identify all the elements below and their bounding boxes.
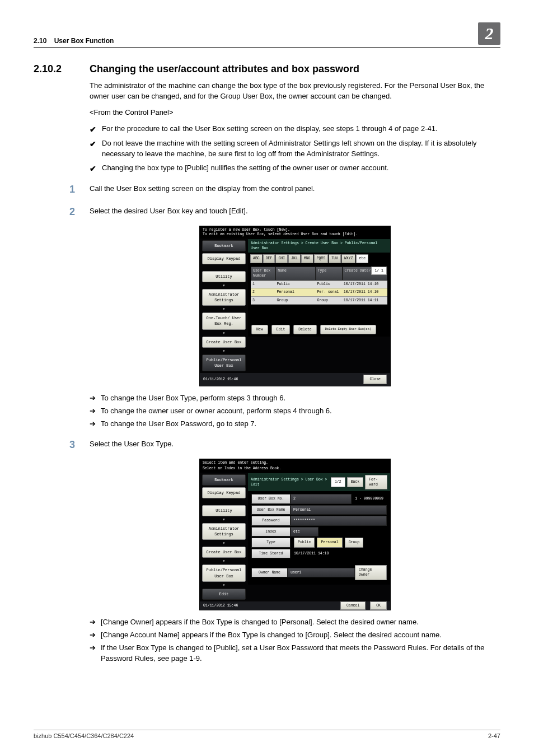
arrow-icon: ➔ — [90, 419, 101, 430]
type-personal-button[interactable]: Personal — [317, 538, 342, 547]
sidebar-display-keypad[interactable]: Display Keypad — [202, 487, 246, 498]
ss-datetime: 01/11/2012 15:46 — [203, 603, 238, 608]
intro-paragraph: The administrator of the machine can cha… — [90, 81, 500, 102]
footer-page-number: 2-47 — [488, 732, 500, 739]
cell-type: Group — [315, 297, 341, 304]
field-label: User Box No. — [251, 494, 291, 503]
sidebar-create-user-box[interactable]: Create User Box — [202, 337, 246, 348]
index-tabs: ABC DEF GHI JKL MNO PQRS TUV WXYZ etc — [248, 253, 390, 264]
step-row: 1 Call the User Box setting screen on th… — [90, 182, 500, 197]
page-indicator: 1/2 — [331, 477, 345, 487]
ss-instruction-line: To register a new User Box, touch [New]. — [203, 228, 387, 232]
list-row-selected[interactable]: 2 Personal Per- sonal 10/17/2011 14:10 — [251, 288, 387, 296]
sidebar-create-user-box[interactable]: Create User Box — [202, 547, 246, 558]
sidebar-public-personal[interactable]: Public/Personal User Box — [202, 354, 246, 371]
field-user-box-name: User Box Name Personal — [251, 505, 387, 515]
step-text: Call the User Box setting screen on the … — [90, 182, 500, 194]
arrow-note: ➔ To change the owner user or owner acco… — [90, 406, 500, 417]
bullet-item: ✔ For the procedure to call the User Box… — [90, 124, 500, 135]
tab-jkl[interactable]: JKL — [288, 254, 301, 263]
tab-wxyz[interactable]: WXYZ — [341, 254, 356, 263]
field-label: Password — [251, 516, 291, 525]
tab-abc[interactable]: ABC — [250, 254, 263, 263]
delete-empty-button[interactable]: Delete Empty User Box(es) — [320, 325, 377, 334]
chevron-down-icon: ▾ — [200, 542, 248, 545]
bullet-item: ✔ Do not leave the machine with the sett… — [90, 138, 500, 160]
screenshot-user-box-list: To register a new User Box, touch [New].… — [199, 226, 391, 386]
chevron-down-icon: ▾ — [200, 284, 248, 287]
sidebar-display-keypad[interactable]: Display Keypad — [202, 253, 246, 264]
cell-num: 2 — [251, 288, 275, 296]
check-icon: ✔ — [90, 138, 102, 150]
sidebar-public-personal[interactable]: Public/Personal User Box — [202, 564, 246, 581]
delete-button[interactable]: Delete — [293, 325, 316, 334]
field-user-box-no: User Box No. 2 1 - 999999999 — [251, 494, 387, 503]
tab-tuv[interactable]: TUV — [329, 254, 341, 263]
arrow-text: [Change Account Name] appears if the Box… — [101, 630, 500, 641]
cell-type: Per- sonal — [315, 288, 341, 296]
from-control-panel: <From the Control Panel> — [90, 108, 500, 118]
tab-pqrs[interactable]: PQRS — [314, 254, 329, 263]
ok-button[interactable]: OK — [370, 601, 387, 610]
field-value[interactable]: ********** — [291, 516, 387, 525]
section-number: 2.10.2 — [34, 63, 90, 75]
list-row[interactable]: 3 Group Group 10/17/2011 14:11 — [251, 297, 387, 305]
tab-etc[interactable]: etc — [356, 254, 368, 263]
chevron-down-icon: ▾ — [200, 584, 248, 587]
cell-num: 3 — [251, 297, 275, 304]
chevron-down-icon: ▾ — [200, 307, 248, 311]
sidebar-bookmark[interactable]: Bookmark — [202, 474, 246, 486]
ss-sidebar: Bookmark Display Keypad Utility ▾ Admini… — [200, 473, 248, 601]
field-owner-name: Owner Name user1 Change Owner — [251, 565, 387, 580]
field-value[interactable]: Personal — [291, 505, 387, 515]
sidebar-onetouch[interactable]: One-Touch/ User Box Reg. — [202, 312, 246, 329]
col-number: User Box Number — [251, 267, 275, 281]
step-number: 1 — [69, 182, 90, 197]
type-public-button[interactable]: Public — [294, 538, 315, 547]
bullet-item: ✔ Changing the box type to [Public] null… — [90, 163, 500, 174]
field-value[interactable]: etc — [291, 527, 318, 536]
list-header: User Box Number Name Type Create Date/Ti… — [251, 267, 387, 281]
tab-mno[interactable]: MNO — [301, 254, 313, 263]
arrow-text: If the User Box Type is changed to [Publ… — [101, 643, 500, 664]
edit-button[interactable]: Edit — [271, 325, 291, 334]
field-time-stored: Time Stored 10/17/2011 14:10 — [251, 549, 387, 558]
ss-instruction: To register a new User Box, touch [New].… — [200, 226, 390, 239]
header-left: 2.10 User Box Function — [34, 37, 114, 45]
tab-def[interactable]: DEF — [263, 254, 275, 263]
forward-button[interactable]: For- ward — [365, 475, 387, 490]
back-button[interactable]: Back — [347, 477, 364, 487]
cell-name: Personal — [275, 288, 316, 296]
field-range: 1 - 999999999 — [352, 496, 387, 501]
list-row[interactable]: 1 Public Public 10/17/2011 14:10 — [251, 281, 387, 288]
header-section-name: User Box Function — [54, 37, 114, 45]
chevron-down-icon: ▾ — [200, 518, 248, 521]
ss-instruction-line: To edit an existing User Box, select des… — [203, 232, 387, 237]
cancel-button[interactable]: Cancel — [340, 601, 366, 610]
user-box-list: 1/ 1 User Box Number Name Type Create Da… — [248, 265, 390, 323]
sidebar-utility[interactable]: Utility — [202, 271, 246, 282]
footer-model: bizhub C554/C454/C364/C284/C224 — [34, 732, 134, 739]
sidebar-utility[interactable]: Utility — [202, 505, 246, 516]
close-button[interactable]: Close — [363, 375, 387, 384]
arrow-icon: ➔ — [90, 393, 101, 404]
chevron-down-icon: ▾ — [200, 332, 248, 335]
field-value[interactable]: 2 — [291, 494, 352, 503]
ss-instruction-line: Select item and enter setting. — [203, 461, 387, 465]
sidebar-admin-settings[interactable]: Administrator Settings — [202, 289, 246, 306]
sidebar-bookmark[interactable]: Bookmark — [202, 240, 246, 251]
arrow-icon: ➔ — [90, 406, 101, 417]
sidebar-edit[interactable]: Edit — [202, 589, 246, 600]
cell-name: Public — [275, 281, 316, 288]
cell-date: 10/17/2011 14:11 — [342, 297, 387, 304]
step-row: 2 Select the desired User Box key and to… — [90, 204, 500, 219]
ss-instruction: Select item and enter setting. Select an… — [200, 459, 390, 473]
tab-ghi[interactable]: GHI — [275, 254, 288, 263]
field-value: 10/17/2011 14:10 — [291, 551, 329, 556]
new-button[interactable]: New — [251, 325, 268, 334]
chevron-down-icon: ▾ — [200, 349, 248, 353]
change-owner-button[interactable]: Change Owner — [355, 565, 387, 580]
type-group-button[interactable]: Group — [345, 538, 364, 547]
sidebar-admin-settings[interactable]: Administrator Settings — [202, 523, 246, 540]
arrow-icon: ➔ — [90, 630, 101, 641]
